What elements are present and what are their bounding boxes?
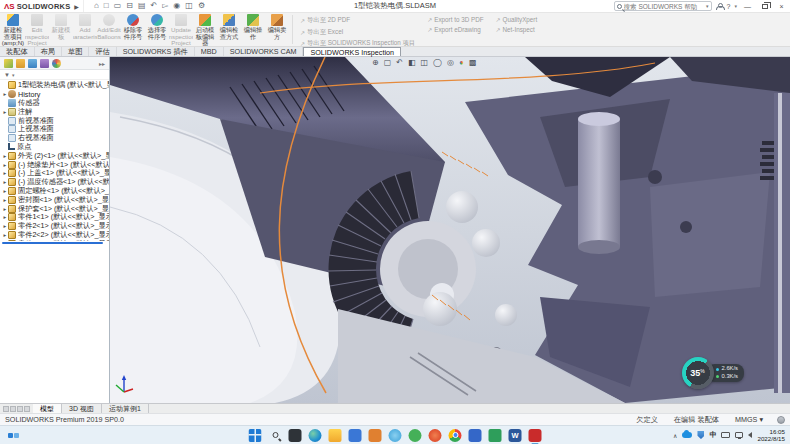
edit-inspection-project-button[interactable]: Edit Inspection Project xyxy=(25,13,49,46)
export-edrawing-item[interactable]: ↗ Export eDrawing xyxy=(427,26,483,33)
apply-scene-icon[interactable]: ▩ xyxy=(469,59,477,67)
add-edit-balloons-button[interactable]: Add/Edit Balloons xyxy=(97,13,121,46)
app-icon-1[interactable] xyxy=(389,429,402,442)
remove-balloons-button[interactable]: 移除零件序号 xyxy=(121,13,145,46)
restore-button[interactable] xyxy=(758,1,771,12)
save-icon[interactable]: ⊟ xyxy=(126,2,133,10)
view-orientation-icon[interactable]: ◫ xyxy=(421,59,429,67)
app-icon-2[interactable] xyxy=(409,429,422,442)
edit-vendors-button[interactable]: 编辑卖方 xyxy=(265,13,289,46)
tree-item[interactable]: ▸ 零件2<2> (默认<<默认>_显示状 xyxy=(2,231,109,240)
security-icon[interactable] xyxy=(697,431,704,439)
add-characteristic-button[interactable]: Add Characteristic xyxy=(73,13,97,46)
qualityxpert-item[interactable]: ↗ QualityXpert xyxy=(496,16,538,23)
export-2d-pdf-item[interactable]: ↗ 导出至 2D PDF xyxy=(300,16,415,25)
tab-assembly[interactable]: 装配体 xyxy=(0,47,35,56)
graphics-viewport[interactable]: ⊕▢↶◧◫◯◎●▩ 35% 2.6K/s 0.3K/s xyxy=(110,57,790,403)
onedrive-icon[interactable] xyxy=(682,432,692,438)
start-button[interactable] xyxy=(249,429,262,442)
app-icon-4[interactable] xyxy=(469,429,482,442)
keyboard-icon[interactable] xyxy=(721,432,730,438)
search-input[interactable] xyxy=(624,3,704,10)
status-settings-icon[interactable] xyxy=(777,416,785,424)
tree-filter-bar[interactable]: ▼ ▾ xyxy=(0,70,109,80)
propertymanager-tab-icon[interactable] xyxy=(16,59,25,68)
undo-icon[interactable]: ↶ xyxy=(150,2,157,10)
zoom-area-icon[interactable]: ▢ xyxy=(384,59,392,67)
export-3d-pdf-item[interactable]: ↗ Export to 3D PDF xyxy=(427,16,483,23)
status-underdefined[interactable]: 欠定义 xyxy=(636,415,658,425)
close-button[interactable]: × xyxy=(775,1,788,12)
tree-item[interactable]: ▸ 注解 xyxy=(2,107,109,116)
tree-item[interactable]: 前视基准面 xyxy=(2,116,109,125)
performance-icon[interactable]: ◉ xyxy=(173,2,180,10)
app-icon-5[interactable] xyxy=(489,429,502,442)
edge-icon[interactable] xyxy=(309,429,322,442)
open-icon[interactable]: ▭ xyxy=(114,2,122,10)
tab-inspection[interactable]: SOLIDWORKS Inspection xyxy=(303,47,401,56)
configurationmanager-tab-icon[interactable] xyxy=(28,59,37,68)
ime-language-button[interactable]: 中 xyxy=(709,430,716,440)
section-view-icon[interactable]: ◧ xyxy=(408,59,416,67)
featuremanager-tab-icon[interactable] xyxy=(4,59,13,68)
print-icon[interactable]: ▤ xyxy=(138,2,146,10)
display-settings-icon[interactable]: ◫ xyxy=(185,2,193,10)
tree-item[interactable]: 原点 xyxy=(2,143,109,152)
tree-item[interactable]: 右视基准面 xyxy=(2,134,109,143)
tree-item[interactable]: ▸ 外壳 (2)<1> (默认<<默认>_显示状 xyxy=(2,151,109,160)
tree-item[interactable]: ▸ History xyxy=(2,90,109,99)
new-template-button[interactable]: 新建模板 xyxy=(49,13,73,46)
3d-views-tab[interactable]: 3D 视图 xyxy=(62,404,102,413)
menu-expand-arrow-icon[interactable]: ▶ xyxy=(74,3,79,10)
minimize-button[interactable]: — xyxy=(741,1,754,12)
previous-view-icon[interactable]: ↶ xyxy=(396,59,403,67)
tree-item[interactable]: ▸ 零件2<1> (默认<<默认>_显示状 xyxy=(2,222,109,231)
chrome-icon[interactable] xyxy=(449,429,462,442)
tab-cam[interactable]: SOLIDWORKS CAM xyxy=(224,47,304,56)
filter-dropdown-icon[interactable]: ▾ xyxy=(12,72,15,78)
motion-study-tab[interactable]: 运动算例1 xyxy=(102,404,149,413)
hide-show-items-icon[interactable]: ◎ xyxy=(447,59,454,67)
launch-template-editor-button[interactable]: 启动模板编辑器 xyxy=(193,13,217,46)
tree-item[interactable]: ▸ 零件3<1> (默认<<默认>_显示状 xyxy=(2,239,109,240)
tree-item[interactable]: 上视基准面 xyxy=(2,125,109,134)
volume-icon[interactable] xyxy=(748,432,752,438)
status-editing-assembly[interactable]: 在编辑 装配体 xyxy=(674,415,719,425)
tab-layout[interactable]: 布局 xyxy=(35,47,62,56)
word-icon[interactable]: W xyxy=(509,429,522,442)
new-inspection-project-button[interactable]: 新建检查项目 (amp;N) xyxy=(1,13,25,46)
tab-scroll-buttons[interactable] xyxy=(0,404,33,413)
new-document-icon[interactable]: □ xyxy=(104,2,109,10)
tab-addins[interactable]: SOLIDWORKS 插件 xyxy=(117,47,195,56)
tree-item[interactable]: 1型铠装热电偶 (默认<默认_显示状态-1> xyxy=(2,81,109,90)
help-dropdown-icon[interactable]: ▾ xyxy=(734,3,737,9)
display-style-icon[interactable]: ◯ xyxy=(433,59,442,67)
zoom-fit-icon[interactable]: ⊕ xyxy=(372,59,379,67)
app-icon-3[interactable] xyxy=(429,429,442,442)
edit-appearance-icon[interactable]: ● xyxy=(459,59,464,67)
tray-overflow-icon[interactable]: ∧ xyxy=(673,432,677,439)
store-icon[interactable] xyxy=(369,429,382,442)
solidworks-taskbar-icon[interactable] xyxy=(529,429,542,442)
tree-item[interactable]: ▸ (-) 温度传感器<1> (默认<<默认>_ xyxy=(2,178,109,187)
select-icon[interactable]: ▻ xyxy=(162,2,168,10)
tree-item[interactable]: ▸ (-) 绝缘垫片<1> (默认<<默认>_显 xyxy=(2,160,109,169)
taskbar-clock[interactable]: 16:05 2022/8/15 xyxy=(757,428,785,442)
options-icon[interactable]: ⚙ xyxy=(198,2,205,10)
home-icon[interactable]: ⌂ xyxy=(94,2,99,10)
tab-mbd[interactable]: MBD xyxy=(195,47,224,56)
update-inspection-project-button[interactable]: Update Inspection Project xyxy=(169,13,193,46)
user-account-icon[interactable] xyxy=(716,3,723,10)
export-excel-item[interactable]: ↗ 导出至 Excel xyxy=(300,28,415,37)
tree-item[interactable]: ▸ 密封圈<1> (默认<<默认>_显示状 xyxy=(2,195,109,204)
overlay-monitor-widget[interactable]: 35% 2.6K/s 0.3K/s xyxy=(682,357,744,389)
net-inspect-item[interactable]: ↗ Net-Inspect xyxy=(496,26,538,33)
file-explorer-icon[interactable] xyxy=(329,429,342,442)
widgets-button[interactable] xyxy=(0,433,19,438)
search-dropdown-icon[interactable]: ▾ xyxy=(706,3,709,9)
tab-sketch[interactable]: 草图 xyxy=(62,47,89,56)
search-box[interactable]: ▾ xyxy=(614,1,712,11)
status-units-mmgs[interactable]: MMGS ▾ xyxy=(735,415,763,424)
network-icon[interactable] xyxy=(735,432,743,438)
tree-item[interactable]: ▸ (-) 上盖<1> (默认<<默认>_显示状 xyxy=(2,169,109,178)
